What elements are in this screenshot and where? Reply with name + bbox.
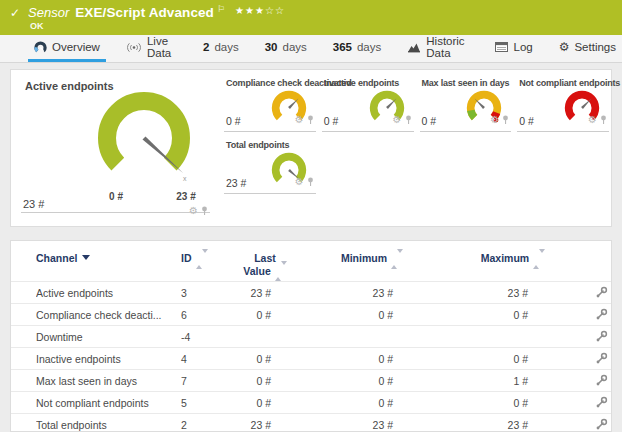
channel-minimum: 23 # — [301, 287, 443, 299]
gauge-tile-max-last-seen-in-days: Max last seen in days 0 # ⚙ — [420, 76, 512, 132]
channel-id: 2 — [181, 419, 229, 431]
gauge-tile-compliance-check-deactivated: Compliance check deactivated 0 # ⚙ — [224, 76, 316, 132]
sort-icon — [196, 253, 208, 265]
channel-gear-icon[interactable]: ⚙ — [393, 115, 402, 125]
table-row: Active endpoints 3 23 # 23 # 23 # — [11, 281, 611, 303]
tile-value: 0 # — [422, 115, 437, 127]
channel-gear-icon[interactable]: ⚙ — [295, 115, 304, 125]
object-kind-label: Sensor — [28, 5, 69, 20]
gauge-tiles-grid: Compliance check deactivated 0 # ⚙ Inact… — [224, 76, 609, 198]
empty-cell — [322, 138, 414, 194]
channel-name[interactable]: Max last seen in days — [36, 375, 181, 387]
sensor-status-text: OK — [30, 21, 44, 31]
channel-name[interactable]: Compliance check deacti... — [36, 309, 181, 321]
log-icon — [495, 42, 508, 52]
table-header-row: Channel ID Last Value Minimum Maximum — [11, 241, 611, 281]
channel-id: 7 — [181, 375, 229, 387]
channel-name[interactable]: Total endpoints — [36, 419, 181, 431]
channel-maximum: 0 # — [443, 397, 583, 409]
channel-table-panel: Channel ID Last Value Minimum Maximum Ac… — [10, 240, 612, 432]
channel-id: 4 — [181, 353, 229, 365]
channel-minimum: 0 # — [301, 309, 443, 321]
sort-icon — [275, 265, 287, 277]
channel-minimum: 23 # — [301, 419, 443, 431]
status-ok-check-icon: ✓ — [10, 6, 20, 20]
wrench-icon[interactable] — [595, 330, 608, 343]
channel-minimum: 0 # — [301, 397, 443, 409]
tab-2-days-label: days — [214, 41, 238, 53]
tile-value: 0 # — [324, 115, 339, 127]
main-gauge-active-endpoints: Active endpoints x 0 # 23 # 23 # ⚙ — [11, 70, 226, 226]
channel-id: 5 — [181, 397, 229, 409]
tab-overview[interactable]: Overview — [28, 35, 106, 62]
tab-365-days[interactable]: 365 days — [327, 35, 387, 62]
pin-icon[interactable] — [600, 111, 607, 129]
channel-maximum: 0 # — [443, 309, 583, 321]
channel-name[interactable]: Not compliant endpoints — [36, 397, 181, 409]
channel-name[interactable]: Downtime — [36, 331, 181, 343]
divider — [21, 212, 210, 213]
channel-id: -4 — [181, 331, 229, 343]
gauge-tile-total-endpoints: Total endpoints 23 # ⚙ — [224, 138, 316, 194]
gear-icon: ⚙ — [559, 41, 570, 53]
pin-icon[interactable] — [201, 202, 208, 220]
flag-icon[interactable]: ⚐ — [217, 4, 225, 14]
priority-stars[interactable]: ★★★☆☆ — [235, 5, 285, 16]
wrench-icon[interactable] — [595, 286, 608, 299]
channel-gear-icon[interactable]: ⚙ — [490, 115, 499, 125]
empty-cell — [420, 138, 512, 194]
tab-2-days[interactable]: 2 days — [197, 35, 245, 62]
channel-maximum: 1 # — [443, 375, 583, 387]
tab-bar: Overview Live Data 2 days 30 days 365 — [0, 35, 622, 63]
column-header-last-value[interactable]: Last Value — [229, 252, 301, 277]
channel-gear-icon[interactable]: ⚙ — [588, 115, 597, 125]
channel-id: 6 — [181, 309, 229, 321]
tile-value: 0 # — [519, 115, 534, 127]
channel-id: 3 — [181, 287, 229, 299]
tile-value: 23 # — [226, 177, 246, 189]
main-gauge-value: 23 # — [23, 198, 44, 210]
channel-maximum: 0 # — [443, 353, 583, 365]
channel-last-value: 0 # — [229, 309, 301, 321]
channel-last-value: 23 # — [229, 287, 301, 299]
pin-icon[interactable] — [405, 111, 412, 129]
tab-live-data[interactable]: Live Data — [120, 35, 183, 62]
column-header-minimum[interactable]: Minimum — [301, 252, 443, 265]
sort-icon — [533, 253, 545, 265]
tab-overview-label: Overview — [52, 41, 100, 53]
tab-settings[interactable]: ⚙ Settings — [553, 35, 622, 62]
channel-gear-icon[interactable]: ⚙ — [189, 206, 198, 216]
wrench-icon[interactable] — [595, 308, 608, 321]
tab-log-label: Log — [513, 41, 532, 53]
tile-value: 0 # — [226, 115, 241, 127]
wrench-icon[interactable] — [595, 374, 608, 387]
wrench-icon[interactable] — [595, 396, 608, 409]
channel-last-value: 0 # — [229, 397, 301, 409]
sensor-header: ✓ Sensor EXE/Script Advanced ⚐ ★★★☆☆ OK — [0, 0, 622, 35]
channel-last-value: 23 # — [229, 419, 301, 431]
tab-30-days[interactable]: 30 days — [259, 35, 313, 62]
channel-minimum: 0 # — [301, 353, 443, 365]
pin-icon[interactable] — [307, 173, 314, 191]
wrench-icon[interactable] — [595, 418, 608, 431]
tab-2-days-number: 2 — [203, 41, 209, 53]
sort-desc-icon — [82, 255, 90, 260]
gauges-panel: Active endpoints x 0 # 23 # 23 # ⚙ Compl… — [10, 69, 612, 227]
pin-icon[interactable] — [307, 111, 314, 129]
gauge-max-label: 23 # — [169, 191, 203, 202]
channel-last-value: 0 # — [229, 353, 301, 365]
wrench-icon[interactable] — [595, 352, 608, 365]
channel-name[interactable]: Active endpoints — [36, 287, 181, 299]
tab-log[interactable]: Log — [489, 35, 538, 62]
column-header-maximum[interactable]: Maximum — [443, 252, 583, 265]
column-header-id[interactable]: ID — [181, 252, 229, 265]
channel-maximum: 23 # — [443, 419, 583, 431]
tab-30-days-number: 30 — [265, 41, 278, 53]
channel-gear-icon[interactable]: ⚙ — [295, 177, 304, 187]
pin-icon[interactable] — [502, 111, 509, 129]
tab-historic-data[interactable]: Historic Data — [401, 35, 475, 62]
table-row: Inactive endpoints 4 0 # 0 # 0 # — [11, 347, 611, 369]
main-gauge-arc: x — [69, 66, 219, 206]
channel-name[interactable]: Inactive endpoints — [36, 353, 181, 365]
column-header-channel[interactable]: Channel — [36, 252, 181, 264]
